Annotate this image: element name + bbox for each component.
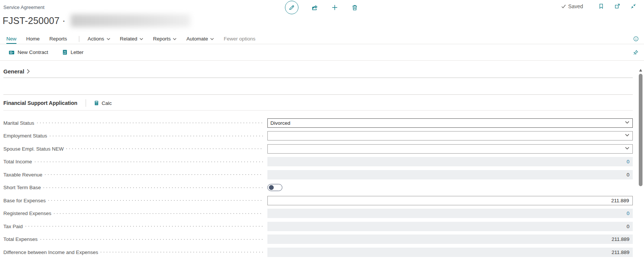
fewer-options-label: Fewer options — [224, 36, 255, 42]
menu-tab-home[interactable]: Home — [26, 36, 40, 42]
trash-icon — [351, 4, 358, 11]
popout-icon — [614, 3, 620, 9]
field-label: Base for Expenses — [3, 198, 48, 203]
contract-icon — [8, 49, 15, 56]
base-for-expenses-value: 211.889 — [611, 198, 632, 203]
total-expenses-value: 211.889 — [611, 236, 633, 242]
pin-button[interactable] — [633, 49, 639, 55]
open-in-window-button[interactable] — [614, 3, 620, 9]
pin-icon — [633, 49, 639, 55]
taxable-revenue-field: 0 — [267, 170, 633, 179]
delete-button[interactable] — [351, 4, 358, 11]
calc-button[interactable]: Calc — [93, 100, 112, 106]
financial-section-header: Financial Support Application Calc — [3, 99, 633, 111]
registered-expenses-value-link[interactable]: 0 — [626, 211, 633, 216]
scrollbar-thumb[interactable] — [639, 74, 643, 186]
check-icon — [561, 4, 566, 9]
save-status-label: Saved — [568, 3, 583, 9]
menu-label: Actions — [88, 36, 104, 42]
dotted-leader — [43, 187, 263, 188]
dotted-leader — [48, 200, 263, 201]
field-row-marital-status: Marital Status Divorced — [3, 117, 633, 130]
tax-paid-field: 0 — [267, 222, 633, 231]
menu-tab-label: Reports — [49, 36, 67, 42]
spouse-empl-status-dropdown[interactable] — [267, 144, 633, 154]
menu-tab-label: Home — [26, 36, 40, 42]
field-row-total-expenses: Total Expenses 211.889 — [3, 233, 633, 246]
field-row-taxable-revenue: Taxable Revenue 0 — [3, 168, 633, 181]
menu-separator — [79, 36, 79, 42]
menu-tab-reports[interactable]: Reports — [49, 36, 67, 42]
field-rows: Marital Status Divorced Employment Statu… — [3, 117, 633, 259]
new-button[interactable] — [331, 4, 338, 11]
info-icon — [633, 36, 639, 42]
chevron-down-icon[interactable] — [625, 121, 629, 124]
registered-expenses-field: 0 — [267, 209, 633, 218]
chevron-down-icon[interactable] — [625, 134, 629, 136]
field-row-short-term-base: Short Term Base — [3, 181, 633, 194]
save-status: Saved — [561, 3, 583, 9]
base-for-expenses-input[interactable]: 211.889 — [267, 196, 633, 205]
menu-reports-dropdown[interactable]: Reports — [153, 36, 177, 42]
dotted-leader — [45, 174, 263, 175]
field-label: Total Expenses — [3, 236, 40, 242]
calculator-icon — [93, 100, 99, 106]
general-section-header[interactable]: General — [3, 68, 633, 78]
chevron-down-icon[interactable] — [625, 147, 629, 149]
field-label: Short Term Base — [3, 185, 43, 190]
edit-button[interactable] — [285, 1, 298, 14]
short-term-base-toggle[interactable] — [267, 184, 282, 191]
field-row-total-income: Total Income 0 — [3, 155, 633, 169]
employment-status-dropdown[interactable] — [267, 131, 633, 140]
action-label: New Contract — [18, 49, 48, 55]
share-button[interactable] — [311, 4, 318, 11]
chevron-down-icon — [139, 38, 143, 40]
dotted-leader — [40, 239, 263, 240]
dotted-leader — [35, 161, 263, 162]
page-info-button[interactable] — [633, 36, 639, 42]
dropdown-value: Divorced — [268, 120, 290, 126]
menu-label: Related — [120, 36, 138, 42]
pencil-icon — [288, 4, 295, 11]
menu-tab-new[interactable]: New — [6, 36, 16, 42]
field-row-employment-status: Employment Status — [3, 130, 633, 143]
total-income-value-link[interactable]: 0 — [626, 159, 633, 164]
menu-tab-label: New — [6, 36, 16, 42]
field-label: Tax Paid — [3, 224, 25, 229]
bookmark-button[interactable] — [598, 3, 604, 9]
letter-icon — [62, 49, 68, 55]
page-header: Service Agreement FJST-250007 · — [0, 0, 644, 34]
financial-section-title: Financial Support Application — [3, 100, 77, 106]
dotted-leader — [50, 136, 263, 136]
collapse-button[interactable] — [630, 3, 637, 9]
page-caption: Service Agreement — [3, 4, 45, 10]
dotted-leader — [37, 123, 263, 123]
menu-related[interactable]: Related — [120, 36, 144, 42]
vertical-scrollbar[interactable] — [637, 67, 644, 260]
field-label: Difference between Income and Expenses — [3, 250, 101, 255]
chevron-right-icon — [27, 69, 30, 74]
page-title: FJST-250007 · — [3, 15, 65, 26]
dotted-leader — [66, 148, 263, 149]
menu-actions[interactable]: Actions — [88, 36, 110, 42]
field-row-base-for-expenses: Base for Expenses 211.889 — [3, 194, 633, 207]
field-label: Registered Expenses — [3, 211, 54, 216]
bookmark-icon — [598, 3, 604, 9]
new-contract-button[interactable]: New Contract — [8, 49, 48, 56]
card-content: General Financial Support Application Ca… — [0, 68, 644, 259]
letter-button[interactable]: Letter — [62, 49, 84, 55]
difference-field: 211.889 — [267, 248, 633, 257]
chevron-down-icon — [210, 38, 214, 40]
menu-automate[interactable]: Automate — [186, 36, 214, 42]
general-section-title: General — [3, 68, 24, 75]
difference-value: 211.889 — [611, 250, 633, 255]
chevron-down-icon — [107, 38, 110, 40]
header-separator — [86, 99, 86, 107]
fewer-options-button[interactable]: Fewer options — [224, 36, 255, 42]
toggle-knob — [269, 185, 274, 190]
marital-status-dropdown[interactable]: Divorced — [267, 118, 633, 128]
taxable-revenue-value: 0 — [626, 172, 633, 178]
scroll-up-arrow-icon[interactable] — [639, 69, 642, 72]
field-row-registered-expenses: Registered Expenses 0 — [3, 207, 633, 220]
action-label: Letter — [71, 49, 84, 55]
